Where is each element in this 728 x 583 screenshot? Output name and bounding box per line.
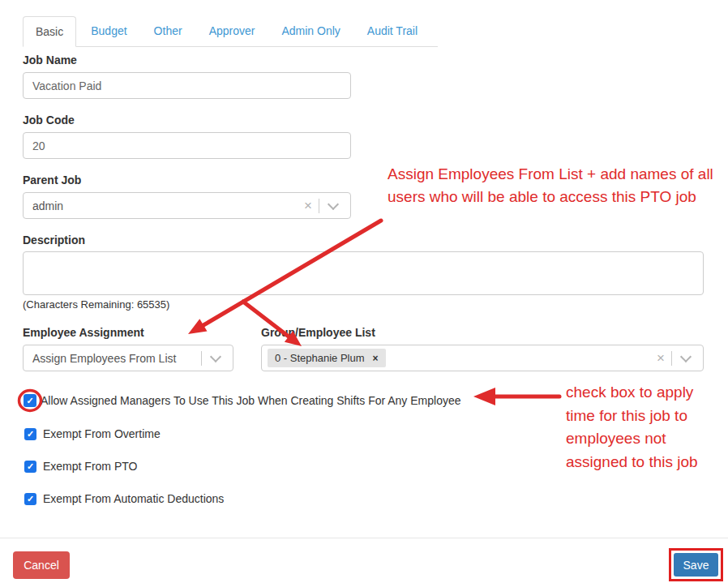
exempt-overtime-checkbox[interactable]: ✓ [24, 428, 36, 440]
clear-icon[interactable]: × [298, 199, 319, 212]
divider [319, 199, 319, 213]
exempt-overtime-checkbox-row: ✓ Exempt From Overtime [24, 427, 161, 440]
tab-admin-only[interactable]: Admin Only [269, 16, 352, 46]
group-employee-list-select[interactable]: 0 - Stephanie Plum × × [261, 345, 704, 371]
exempt-deductions-checkbox-row: ✓ Exempt From Automatic Deductions [24, 492, 224, 505]
employee-assignment-select[interactable]: Assign Employees From List [23, 345, 233, 371]
save-annotation-box: Save [669, 548, 723, 581]
exempt-pto-checkbox[interactable]: ✓ [24, 461, 36, 473]
tab-other[interactable]: Other [142, 16, 195, 46]
annotation-note-top: Assign Employees From List + add names o… [388, 163, 713, 208]
exempt-deductions-checkbox[interactable]: ✓ [24, 493, 36, 505]
selected-employee-tag-label: 0 - Stephanie Plum [275, 352, 365, 364]
job-code-label: Job Code [23, 114, 75, 126]
employee-assignment-value: Assign Employees From List [24, 352, 201, 365]
chevron-down-icon[interactable] [328, 199, 339, 210]
exempt-overtime-label: Exempt From Overtime [43, 427, 161, 440]
arrowhead-horizontal [473, 388, 495, 405]
chevron-down-icon[interactable] [210, 351, 221, 362]
clear-icon[interactable]: × [650, 351, 671, 365]
chars-remaining-text: (Characters Remaining: 65535) [23, 298, 169, 311]
cancel-button[interactable]: Cancel [13, 551, 70, 579]
parent-job-select[interactable]: admin × [23, 192, 351, 219]
arrowhead-main [188, 319, 208, 334]
chevron-down-icon[interactable] [680, 351, 692, 362]
footer-divider [0, 538, 728, 538]
job-name-label: Job Name [23, 54, 77, 66]
group-employee-list-label: Group/Employee List [261, 326, 375, 339]
allow-managers-checkbox-row: ✓ Allow Assigned Managers To Use This Jo… [24, 394, 461, 407]
divider [201, 351, 202, 366]
annotation-note-right: check box to apply time for this job to … [566, 381, 718, 474]
tab-bar: Basic Budget Other Approver Admin Only A… [23, 16, 438, 47]
job-name-input[interactable] [23, 72, 351, 99]
tab-approver[interactable]: Approver [197, 16, 268, 46]
description-label: Description [23, 234, 85, 246]
selected-employee-tag: 0 - Stephanie Plum × [268, 349, 386, 367]
save-button[interactable]: Save [674, 553, 718, 577]
tab-basic[interactable]: Basic [23, 16, 76, 47]
tab-audit-trail[interactable]: Audit Trail [355, 16, 430, 46]
parent-job-label: Parent Job [23, 174, 81, 186]
divider [671, 351, 672, 366]
job-code-input[interactable] [23, 132, 351, 159]
description-textarea[interactable] [23, 251, 704, 295]
allow-managers-label: Allow Assigned Managers To Use This Job … [41, 394, 461, 407]
exempt-deductions-label: Exempt From Automatic Deductions [43, 492, 224, 505]
parent-job-value: admin [24, 199, 298, 212]
exempt-pto-checkbox-row: ✓ Exempt From PTO [24, 460, 137, 473]
employee-assignment-label: Employee Assignment [23, 326, 144, 339]
exempt-pto-label: Exempt From PTO [43, 460, 137, 473]
tag-remove-icon[interactable]: × [373, 353, 379, 364]
tab-budget[interactable]: Budget [79, 16, 139, 46]
job-edit-form: Basic Budget Other Approver Admin Only A… [0, 0, 728, 583]
allow-managers-checkbox[interactable]: ✓ [24, 394, 36, 407]
